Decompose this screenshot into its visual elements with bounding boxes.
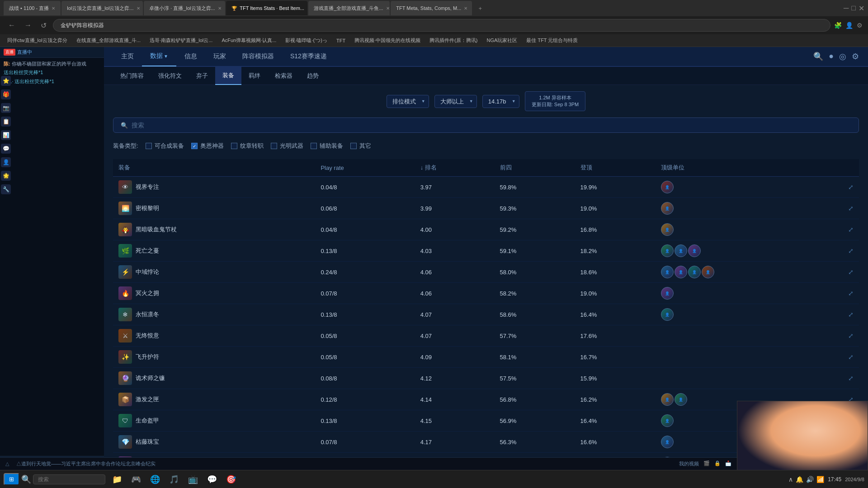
taskbar-search-icon[interactable]: 🔍 [21,474,31,484]
tab-6[interactable]: TFT Meta, Stats, Comps, M... ✕ [391,1,472,15]
expand-row-button[interactable]: ⤢ [848,226,854,233]
tab-5-close[interactable]: ✕ [386,6,390,11]
extensions-icon[interactable]: 🧩 [834,22,842,29]
bookmark-2[interactable]: 迅哥·南森粒铲铲直播_lol云... [146,36,216,45]
filter-support[interactable]: 辅助装备 [311,142,343,150]
patch-filter-select[interactable]: 14.17b [482,95,519,108]
sidebar-icon-wrench[interactable]: 🔧 [1,184,11,194]
address-input[interactable] [53,19,830,32]
start-button[interactable]: ⊞ [4,473,19,485]
mode-filter-select[interactable]: 排位模式 [387,95,429,108]
filter-other-check[interactable] [350,143,357,149]
taskbar-app-2[interactable]: 🎮 [128,472,144,487]
close-button[interactable]: ✕ [859,4,864,13]
search-input[interactable] [132,122,851,129]
settings-icon[interactable]: ⚙ [857,22,863,29]
nav-home[interactable]: 主页 [113,47,142,66]
sub-nav-items[interactable]: 装备 [215,67,241,85]
bookmark-3[interactable]: AcFun弹幕视频网·认真... [218,36,280,45]
nav-season[interactable]: S12赛季速递 [282,47,335,66]
bookmark-7[interactable]: 腾讯插件件(原：腾讯) [426,36,481,45]
forward-button[interactable]: → [22,20,34,30]
filter-ornn[interactable]: ✓ 奥恩神器 [191,142,224,150]
sidebar-icon-star[interactable]: ⭐ [1,76,11,86]
bottom-my-video[interactable]: 我的视频 [679,460,699,467]
bookmark-8[interactable]: NGA玩家社区 [483,36,521,45]
col-top1[interactable]: 登顶 [575,159,656,177]
nav-info[interactable]: 信息 [176,47,205,66]
sidebar-icon-msg[interactable]: 💬 [1,144,11,154]
expand-row-button[interactable]: ⤢ [848,311,854,318]
filter-ornn-check[interactable]: ✓ [191,143,198,149]
taskbar-explorer[interactable]: 📁 [109,472,125,487]
filter-craftable[interactable]: 可合成装备 [146,142,184,150]
col-playrate[interactable]: Play rate [315,159,415,177]
tab-4-close[interactable]: ✕ [307,6,307,11]
profile-nav-icon[interactable]: ● [829,52,834,61]
taskbar-app-7[interactable]: 🎯 [223,472,239,487]
profile-icon[interactable]: 👤 [845,22,853,29]
nav-player[interactable]: 玩家 [205,47,234,66]
taskbar-chevron[interactable]: ∧ [788,476,793,483]
sub-nav-traits[interactable]: 羁绊 [241,67,268,85]
account-nav-icon[interactable]: ◎ [839,52,846,61]
taskbar-app-3[interactable]: 🌐 [147,472,163,487]
taskbar-search-input[interactable] [33,474,105,484]
taskbar-app-6[interactable]: 💬 [204,472,220,487]
expand-row-button[interactable]: ⤢ [848,247,854,254]
bookmark-5[interactable]: TFT [333,37,349,44]
back-button[interactable]: ← [5,20,18,30]
sub-nav-lookup[interactable]: 检索器 [268,67,300,85]
filter-emblem-check[interactable] [231,143,237,149]
bookmark-1[interactable]: 在线直播_全部游戏直播_斗... [73,36,144,45]
bottom-icon-1[interactable]: 🎬 [703,460,710,467]
rank-filter-select[interactable]: 大师以上 [434,95,477,108]
filter-radiant-check[interactable] [271,143,277,149]
taskbar-app-5[interactable]: 📺 [185,472,201,487]
taskbar-network[interactable]: 📶 [816,476,824,483]
bookmark-0[interactable]: 同伴ctw直播_lol云顶之弈分 [4,36,71,45]
sidebar-icon-chart[interactable]: 📊 [1,130,11,140]
col-rank[interactable]: ↓ 排名 [415,159,495,177]
filter-emblem[interactable]: 纹章转职 [231,142,264,150]
bookmark-9[interactable]: 最佳 TFT 元组合与特质 [523,36,581,45]
sidebar-icon-user[interactable]: 👤 [1,157,11,167]
sidebar-icon-list[interactable]: 📋 [1,117,11,127]
sub-nav-comps[interactable]: 热门阵容 [113,67,151,85]
sub-nav-trends[interactable]: 趋势 [300,67,326,85]
search-nav-icon[interactable]: 🔍 [813,52,823,61]
tab-4-active[interactable]: 🏆 TFT Items Stats · Best Item... ✕ [226,1,307,15]
tab-6-close[interactable]: ✕ [464,6,467,11]
sub-nav-augments[interactable]: 强化符文 [151,67,189,85]
expand-row-button[interactable]: ⤢ [848,183,854,191]
expand-row-button[interactable]: ⤢ [848,290,854,297]
filter-radiant[interactable]: 光明武器 [271,142,303,150]
bottom-icon-3[interactable]: 📩 [725,460,731,467]
sidebar-icon-star2[interactable]: 🌟 [1,171,11,181]
expand-row-button[interactable]: ⤢ [848,332,854,339]
nav-data[interactable]: 数据 ▼ [142,47,176,66]
tab-2-close[interactable]: ✕ [137,6,140,11]
filter-craftable-check[interactable] [146,143,152,149]
expand-row-button[interactable]: ⤢ [848,375,854,382]
bottom-icon-2[interactable]: 🔒 [714,460,721,467]
tab-1[interactable]: 战绩 • 1100 - 直播 ✕ [4,1,61,15]
bookmark-4[interactable]: 影视·嗑哔嗑·('つ)っ [282,36,331,45]
settings-nav-icon[interactable]: ⚙ [852,52,859,61]
expand-row-button[interactable]: ⤢ [848,268,854,276]
refresh-button[interactable]: ↺ [38,20,49,31]
expand-row-button[interactable]: ⤢ [848,353,854,361]
tab-1-close[interactable]: ✕ [52,6,55,11]
tab-5[interactable]: 游戏直播_全部游戏直播_斗鱼... ✕ [308,1,390,15]
taskbar-volume[interactable]: 🔊 [806,476,814,483]
expand-row-button[interactable]: ⤢ [848,205,854,212]
filter-support-check[interactable] [311,143,317,149]
tab-3-close[interactable]: ✕ [218,6,222,11]
nav-comp-sim[interactable]: 阵容模拟器 [234,47,282,66]
taskbar-notification[interactable]: 🔔 [796,476,803,483]
new-tab-button[interactable]: + [473,1,487,15]
sidebar-icon-camera[interactable]: 📷 [1,103,11,113]
maximize-button[interactable]: □ [851,4,856,13]
sub-nav-tierlist[interactable]: 弃子 [189,67,215,85]
bookmark-6[interactable]: 腾讯视频·中国领先的在线视频 [351,36,424,45]
